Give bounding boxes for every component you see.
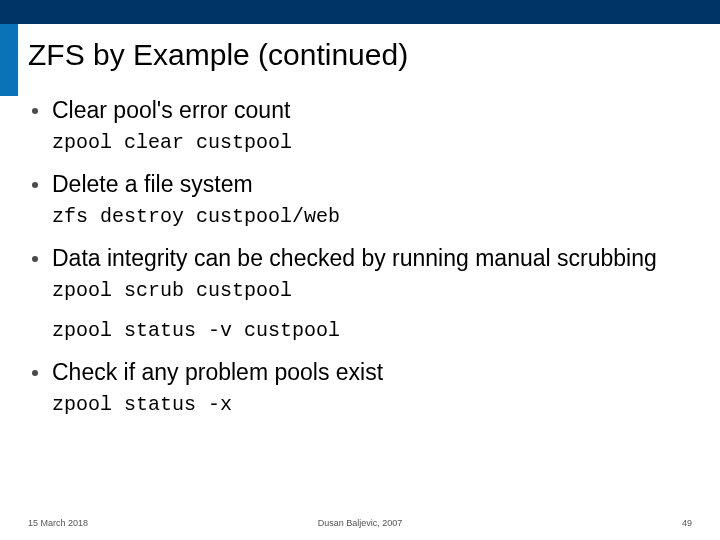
bullet-text: Data integrity can be checked by running… bbox=[52, 244, 657, 272]
bullet-text: Check if any problem pools exist bbox=[52, 358, 383, 386]
bullet-item: Check if any problem pools exist bbox=[28, 358, 692, 386]
slide-title: ZFS by Example (continued) bbox=[28, 38, 408, 72]
bullet-dot-icon bbox=[32, 256, 38, 262]
bullet-item: Delete a file system bbox=[28, 170, 692, 198]
footer-author: Dusan Baljevic, 2007 bbox=[318, 518, 403, 528]
bullet-dot-icon bbox=[32, 182, 38, 188]
bullet-text: Clear pool's error count bbox=[52, 96, 290, 124]
bullet-dot-icon bbox=[32, 108, 38, 114]
code-line: zpool scrub custpool bbox=[52, 278, 692, 304]
slide-content: Clear pool's error count zpool clear cus… bbox=[28, 96, 692, 432]
side-accent-bar bbox=[0, 24, 18, 96]
bullet-item: Clear pool's error count bbox=[28, 96, 692, 124]
bullet-dot-icon bbox=[32, 370, 38, 376]
slide: ZFS by Example (continued) Clear pool's … bbox=[0, 0, 720, 540]
footer-date: 15 March 2018 bbox=[28, 518, 88, 528]
footer-page-number: 49 bbox=[682, 518, 692, 528]
code-line: zfs destroy custpool/web bbox=[52, 204, 692, 230]
bullet-text: Delete a file system bbox=[52, 170, 253, 198]
code-line: zpool clear custpool bbox=[52, 130, 692, 156]
bullet-item: Data integrity can be checked by running… bbox=[28, 244, 692, 272]
code-line: zpool status -v custpool bbox=[52, 318, 692, 344]
code-line: zpool status -x bbox=[52, 392, 692, 418]
top-accent-bar bbox=[0, 0, 720, 24]
